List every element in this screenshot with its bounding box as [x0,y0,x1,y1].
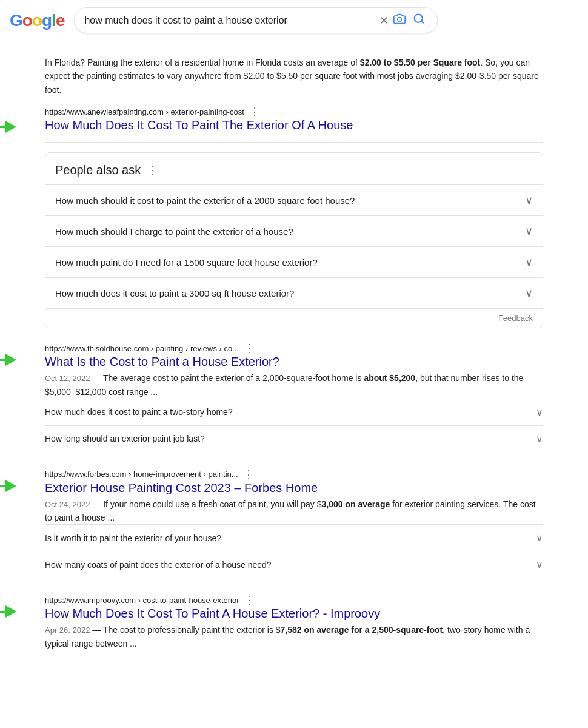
paa-item-2[interactable]: How much paint do I need for a 1500 squa… [45,246,543,277]
paa-chevron-3: ∨ [525,286,533,300]
result2-more-button[interactable]: ⋮ [244,343,255,354]
divider-1 [45,142,543,143]
result2-chevron-0: ∨ [536,406,543,418]
result3-chevron-1: ∨ [536,559,543,570]
first-result-url-row: https://www.anewleafpainting.com › exter… [45,106,543,117]
paa-title: People also ask [55,163,141,177]
arrow-head-1 [5,121,16,133]
result2-snippet: Oct 12, 2022 — The average cost to paint… [45,371,543,399]
result2-url-row: https://www.thisoldhouse.com › painting … [45,343,543,354]
result3-expand-0[interactable]: Is it worth it to paint the exterior of … [45,524,543,551]
result3-url-row: https://www.forbes.com › home-improvemen… [45,469,543,480]
result2-title[interactable]: What Is the Cost to Paint a House Exteri… [45,355,543,369]
arrow-line-1 [0,126,5,128]
people-also-ask-section: People also ask ⋮ How much should it cos… [45,152,543,328]
result2-expand-0[interactable]: How much does it cost to paint a two-sto… [45,399,543,425]
arrow-head-2 [5,354,16,366]
arrow-annotation-3 [0,480,16,492]
paa-chevron-2: ∨ [525,255,533,269]
arrow-annotation-4 [0,605,16,618]
result3-snippet: Oct 24, 2022 — If your home could use a … [45,497,543,525]
svg-point-1 [415,15,423,22]
arrow-annotation-2 [0,354,16,366]
arrow-line-4 [0,611,5,613]
first-result-more-button[interactable]: ⋮ [249,106,260,117]
result4-snippet: Apr 26, 2022 — The cost to professionall… [45,623,543,650]
paa-item-0[interactable]: How much should it cost to paint the ext… [45,184,543,215]
first-result-block: https://www.anewleafpainting.com › exter… [45,106,543,132]
result3-expand-1[interactable]: How many coats of paint does the exterio… [45,551,543,578]
search-bar[interactable]: ✕ [74,7,438,33]
paa-item-1[interactable]: How much should I charge to paint the ex… [45,215,543,246]
result4-title[interactable]: How Much Does It Cost To Paint A House E… [45,607,543,621]
top-snippet: In Florida? Painting the exterior of a r… [45,46,543,96]
result4-more-button[interactable]: ⋮ [244,595,255,605]
svg-line-2 [421,21,424,24]
result4-url-row: https://www.improovy.com › cost-to-paint… [45,595,543,605]
paa-item-3[interactable]: How much does it cost to paint a 3000 sq… [45,277,543,308]
result3-title[interactable]: Exterior House Painting Cost 2023 – Forb… [45,481,543,495]
svg-point-0 [398,18,402,22]
header: G o o g l e ✕ [0,0,588,41]
paa-chevron-1: ∨ [525,224,533,238]
result4-block: https://www.improovy.com › cost-to-paint… [45,595,543,650]
google-logo: G o o g l e [10,11,64,30]
arrow-line-3 [0,485,5,487]
arrow-head-3 [5,480,16,492]
arrow-head-4 [5,605,16,618]
arrow-line-2 [0,359,5,361]
result3-more-button[interactable]: ⋮ [243,469,254,480]
paa-header: People also ask ⋮ [45,153,543,184]
result2-expand-1[interactable]: How long should an exterior paint job la… [45,425,543,452]
result3-block: https://www.forbes.com › home-improvemen… [45,469,543,578]
camera-search-icon[interactable] [393,13,406,28]
search-input[interactable] [84,15,375,26]
result2-chevron-1: ∨ [536,433,543,445]
result3-chevron-0: ∨ [536,532,543,544]
result2-block: https://www.thisoldhouse.com › painting … [45,343,543,452]
main-content: In Florida? Painting the exterior of a r… [30,41,558,682]
first-result-title[interactable]: How Much Does It Cost To Paint The Exter… [45,118,543,132]
arrow-annotation-1 [0,121,16,133]
clear-icon[interactable]: ✕ [379,14,389,27]
search-submit-button[interactable] [410,13,427,28]
paa-more-button[interactable]: ⋮ [147,163,159,177]
paa-chevron-0: ∨ [525,194,533,207]
paa-feedback[interactable]: Feedback [45,308,543,328]
